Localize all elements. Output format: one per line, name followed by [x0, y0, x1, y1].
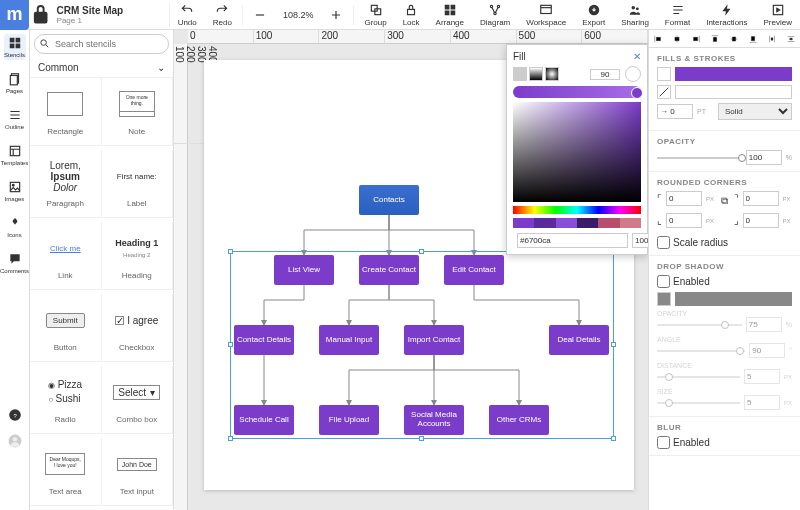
rail-comments[interactable]: Comments: [4, 250, 26, 276]
diagram-button[interactable]: Diagram: [472, 0, 518, 29]
hue-slider[interactable]: [513, 206, 641, 214]
corner-br[interactable]: [743, 213, 779, 228]
node-import-contact[interactable]: Import Contact: [404, 325, 464, 355]
shadow-color-swatch[interactable]: [657, 292, 671, 306]
stroke-preview[interactable]: [675, 85, 792, 99]
shadow-heading: DROP SHADOW: [657, 262, 792, 271]
node-contact-details[interactable]: Contact Details: [234, 325, 294, 355]
color-area[interactable]: [513, 102, 641, 202]
svg-point-22: [12, 437, 17, 442]
svg-point-23: [41, 40, 47, 46]
stencil-radio[interactable]: ◉ Pizza○ SushiRadio: [30, 366, 102, 434]
rail-stencils[interactable]: Stencils: [4, 34, 26, 60]
rail-outline[interactable]: Outline: [4, 106, 26, 132]
shadow-opacity-slider[interactable]: [657, 324, 742, 326]
stroke-style-select[interactable]: Solid: [718, 103, 792, 120]
sharing-button[interactable]: Sharing: [613, 0, 657, 29]
stencil-textarea[interactable]: Dear Moqups, I love you!Text area: [30, 438, 102, 506]
stroke-width-input[interactable]: [657, 104, 693, 119]
fills-heading: FILLS & STROKES: [657, 54, 792, 63]
shadow-distance-slider[interactable]: [657, 376, 740, 378]
blur-enabled-checkbox[interactable]: [657, 436, 670, 449]
stencil-textinput[interactable]: John DoeText input: [102, 438, 174, 506]
stencil-group-header[interactable]: Common⌄: [30, 58, 173, 78]
stencil-paragraph[interactable]: Lorem,IpsumDolorParagraph: [30, 150, 102, 218]
stencil-note[interactable]: One more thing.Note: [102, 78, 174, 146]
opacity-slider[interactable]: [657, 157, 742, 159]
gradient-bar[interactable]: [513, 86, 641, 98]
stencil-rectangle[interactable]: Rectangle: [30, 78, 102, 146]
node-file-upload[interactable]: File Upload: [319, 405, 379, 435]
canvas[interactable]: 0100200300400500600 100200300400 Contact…: [174, 30, 648, 510]
fill-opacity-input[interactable]: [590, 69, 620, 80]
zoom-in-button[interactable]: [321, 0, 351, 29]
app-logo[interactable]: m: [0, 0, 29, 30]
shadow-enabled-checkbox[interactable]: [657, 275, 670, 288]
stencil-checkbox[interactable]: ✓I agreeCheckbox: [102, 294, 174, 362]
swatch-flat[interactable]: [513, 67, 527, 81]
opacity-input[interactable]: [746, 150, 782, 165]
recent-colors[interactable]: [513, 218, 641, 228]
popover-title: Fill: [513, 51, 526, 62]
workspace-button[interactable]: Workspace: [518, 0, 574, 29]
export-button[interactable]: Export: [574, 0, 613, 29]
document-title-area[interactable]: CRM Site Map Page 1: [53, 3, 170, 27]
document-title: CRM Site Map: [57, 5, 165, 16]
redo-button[interactable]: Redo: [205, 0, 240, 29]
stencil-button[interactable]: SubmitButton: [30, 294, 102, 362]
stencil-combobox[interactable]: Select▾Combo box: [102, 366, 174, 434]
swatch-gradient[interactable]: [529, 67, 543, 81]
format-button[interactable]: Format: [657, 0, 698, 29]
node-schedule-call[interactable]: Schedule Call: [234, 405, 294, 435]
group-button[interactable]: Group: [356, 0, 394, 29]
lock-button[interactable]: Lock: [395, 0, 428, 29]
hex-input[interactable]: [517, 233, 628, 248]
zoom-level[interactable]: 108.2%: [275, 0, 322, 29]
stroke-swatch[interactable]: [657, 85, 671, 99]
rounded-heading: ROUNDED CORNERS: [657, 178, 792, 187]
stencil-label[interactable]: First name:Label: [102, 150, 174, 218]
interactions-button[interactable]: Interactions: [698, 0, 755, 29]
search-input[interactable]: [34, 34, 169, 54]
search-stencils[interactable]: [34, 34, 169, 54]
rail-images[interactable]: Images: [4, 178, 26, 204]
ruler-horizontal: 0100200300400500600: [188, 30, 648, 44]
help-button[interactable]: ?: [4, 406, 26, 424]
node-list-view[interactable]: List View: [274, 255, 334, 285]
rail-pages[interactable]: Pages: [4, 70, 26, 96]
stencil-link[interactable]: Click meLink: [30, 222, 102, 290]
corner-bl[interactable]: [666, 213, 702, 228]
shadow-angle-slider[interactable]: [657, 350, 745, 352]
close-icon[interactable]: ✕: [633, 51, 641, 62]
fill-color-popover[interactable]: Fill✕ %: [506, 44, 648, 255]
undo-button[interactable]: Undo: [170, 0, 205, 29]
node-edit-contact[interactable]: Edit Contact: [444, 255, 504, 285]
align-tabs[interactable]: [649, 30, 800, 48]
node-contacts[interactable]: Contacts: [359, 185, 419, 215]
corner-tl[interactable]: [666, 191, 702, 206]
circle-icon[interactable]: [625, 66, 641, 82]
node-manual-input[interactable]: Manual Input: [319, 325, 379, 355]
lock-indicator-icon[interactable]: [29, 3, 52, 26]
format-panel: FILLS & STROKES PTSolid OPACITY % ROUNDE…: [648, 30, 800, 510]
svg-rect-6: [541, 5, 552, 13]
shadow-size-slider[interactable]: [657, 402, 740, 404]
zoom-out-button[interactable]: [245, 0, 275, 29]
scale-radius-checkbox[interactable]: [657, 236, 670, 249]
node-social-media[interactable]: Social Media Accounts: [404, 405, 464, 435]
arrange-button[interactable]: Arrange: [428, 0, 472, 29]
fill-swatch[interactable]: [657, 67, 671, 81]
alpha-input[interactable]: [632, 233, 648, 248]
node-other-crms[interactable]: Other CRMs: [489, 405, 549, 435]
rail-templates[interactable]: Templates: [4, 142, 26, 168]
link-corners-icon[interactable]: ⧉: [719, 195, 731, 207]
preview-button[interactable]: Preview: [756, 0, 800, 29]
corner-tr[interactable]: [743, 191, 779, 206]
node-create-contact[interactable]: Create Contact: [359, 255, 419, 285]
stencil-heading[interactable]: Heading 1Heading 2Heading: [102, 222, 174, 290]
node-deal-details[interactable]: Deal Details: [549, 325, 609, 355]
rail-icons[interactable]: Icons: [4, 214, 26, 240]
swatch-radial[interactable]: [545, 67, 559, 81]
fill-preview[interactable]: [675, 67, 792, 81]
user-avatar[interactable]: [4, 432, 26, 450]
